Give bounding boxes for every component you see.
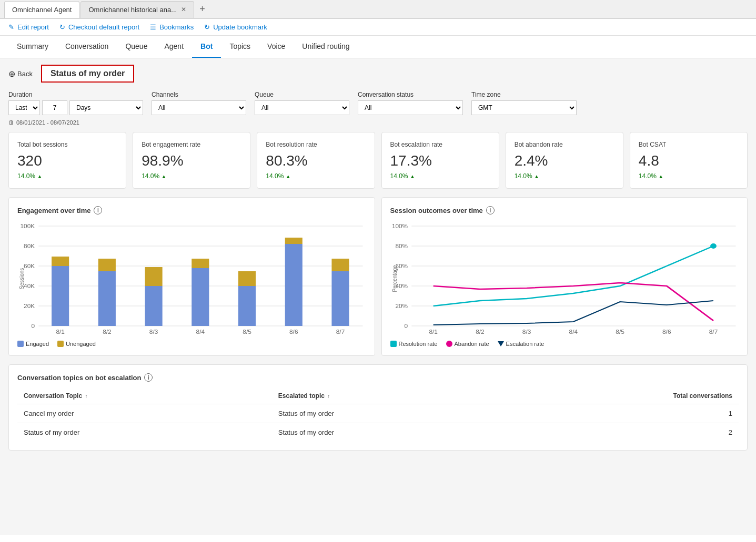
svg-text:8/7: 8/7	[709, 329, 717, 335]
queue-select[interactable]: All	[255, 100, 349, 115]
svg-text:Day: Day	[195, 336, 207, 336]
legend-escalation-rate: Escalation rate	[498, 341, 545, 347]
tab-queue[interactable]: Queue	[117, 36, 156, 58]
row-0-escalated: Status of my order	[272, 404, 500, 423]
svg-rect-25	[331, 271, 349, 326]
page-title: Status of my order	[41, 65, 134, 83]
svg-text:0: 0	[32, 323, 35, 329]
svg-point-48	[710, 243, 717, 249]
calendar-icon: 🗓	[8, 119, 14, 126]
engagement-chart-card: Engagement over time i 100K 80K 60K 40K …	[8, 197, 375, 356]
conv-status-select[interactable]: All	[358, 100, 463, 115]
svg-text:8/1: 8/1	[56, 329, 64, 335]
row-1-escalated: Status of my order	[272, 423, 500, 442]
legend-unengaged: Unengaged	[57, 341, 96, 347]
svg-text:20%: 20%	[395, 303, 408, 309]
svg-rect-26	[331, 259, 349, 271]
engagement-info-icon[interactable]: i	[94, 206, 102, 214]
svg-text:60K: 60K	[24, 263, 35, 269]
svg-rect-21	[238, 286, 256, 326]
svg-text:100%: 100%	[391, 223, 408, 229]
duration-value-input[interactable]	[42, 100, 67, 115]
tab-conversation[interactable]: Conversation	[57, 36, 117, 58]
date-range: 🗓 08/01/2021 - 08/07/2021	[8, 119, 748, 126]
svg-text:0: 0	[404, 323, 408, 329]
table-row: Status of my order Status of my order 2	[17, 423, 739, 442]
conversation-topics-section: Conversation topics on bot escalation i …	[8, 364, 748, 451]
svg-rect-19	[191, 268, 209, 326]
svg-rect-22	[238, 271, 256, 286]
row-0-total: 1	[500, 404, 739, 423]
back-circle-icon: ⊕	[8, 69, 15, 79]
col-escalated-topic[interactable]: Escalated topic ↑	[272, 388, 500, 404]
tab-omnichannel-historical[interactable]: Omnichannel historical ana... ✕	[80, 1, 194, 18]
checkout-default-button[interactable]: ↻ Checkout default report	[59, 23, 139, 31]
tab-voice[interactable]: Voice	[259, 36, 294, 58]
trend-up-icon-4	[534, 172, 539, 180]
toolbar: ✎ Edit report ↻ Checkout default report …	[0, 19, 756, 36]
duration-type-select[interactable]: Last	[8, 100, 40, 115]
filters-row: Duration Last Days Channels All Queue Al…	[8, 91, 748, 115]
pencil-icon: ✎	[8, 23, 14, 31]
svg-text:8/3: 8/3	[522, 329, 530, 335]
bookmarks-button[interactable]: ☰ Bookmarks	[150, 23, 194, 31]
tab-summary[interactable]: Summary	[8, 36, 57, 58]
kpi-bot-csat: Bot CSAT 4.8 14.0%	[630, 132, 748, 189]
svg-text:40K: 40K	[24, 283, 35, 289]
legend-engaged: Engaged	[17, 341, 49, 347]
svg-rect-16	[98, 259, 116, 271]
tab-omnichannel-agent[interactable]: Omnichannel Agent	[4, 1, 79, 18]
tab-bot[interactable]: Bot	[192, 36, 221, 58]
channels-filter: Channels All	[152, 91, 246, 115]
refresh-icon: ↻	[59, 23, 65, 31]
session-chart-svg: 100% 80% 60% 40% 20% 0 Percentage	[390, 221, 739, 336]
queue-filter: Queue All	[255, 91, 349, 115]
add-tab-button[interactable]: +	[195, 4, 209, 15]
back-button[interactable]: ⊕ Back	[8, 69, 33, 79]
svg-text:8/2: 8/2	[103, 329, 111, 335]
svg-text:8/6: 8/6	[289, 329, 298, 335]
kpi-bot-escalation-rate: Bot escalation rate 17.3% 14.0%	[381, 132, 499, 189]
legend-abandon-rate: Abandon rate	[446, 341, 489, 347]
svg-text:8/5: 8/5	[243, 329, 251, 335]
session-outcomes-chart-card: Session outcomes over time i 100% 80% 60…	[381, 197, 748, 356]
conversation-topics-title: Conversation topics on bot escalation i	[17, 373, 739, 382]
tab-unified-routing[interactable]: Unified routing	[294, 36, 358, 58]
svg-text:8/5: 8/5	[616, 329, 624, 335]
kpi-bot-resolution-rate: Bot resolution rate 80.3% 14.0%	[257, 132, 375, 189]
edit-report-button[interactable]: ✎ Edit report	[8, 23, 49, 31]
row-1-total: 2	[500, 423, 739, 442]
conversation-topics-table: Conversation Topic ↑ Escalated topic ↑ T…	[17, 388, 739, 442]
duration-unit-select[interactable]: Days	[69, 100, 143, 115]
row-0-topic: Cancel my order	[17, 404, 272, 423]
resolution-rate-color	[390, 341, 397, 347]
col-conversation-topic[interactable]: Conversation Topic ↑	[17, 388, 272, 404]
sort-topic-icon[interactable]: ↑	[85, 393, 87, 399]
trend-up-icon-5	[658, 172, 663, 180]
update-bookmark-icon: ↻	[204, 23, 210, 31]
sort-escalated-icon[interactable]: ↑	[327, 393, 330, 399]
svg-text:Sessions: Sessions	[18, 268, 25, 289]
channels-select[interactable]: All	[152, 100, 246, 115]
engaged-color	[17, 341, 24, 347]
session-info-icon[interactable]: i	[486, 206, 495, 214]
topics-info-icon[interactable]: i	[144, 373, 153, 382]
engagement-legend: Engaged Unengaged	[17, 341, 366, 347]
tab-topics[interactable]: Topics	[221, 36, 259, 58]
tab-agent[interactable]: Agent	[156, 36, 192, 58]
timezone-select[interactable]: GMT	[471, 100, 577, 115]
svg-rect-17	[145, 286, 163, 326]
escalation-rate-icon	[498, 341, 504, 346]
svg-text:8/3: 8/3	[149, 329, 158, 335]
svg-text:80%: 80%	[395, 243, 408, 249]
session-chart-title: Session outcomes over time i	[390, 206, 739, 214]
close-tab-icon[interactable]: ✕	[181, 6, 186, 13]
svg-text:Percentage: Percentage	[391, 265, 398, 292]
svg-rect-15	[98, 271, 116, 326]
svg-text:8/1: 8/1	[429, 329, 437, 335]
update-bookmark-button[interactable]: ↻ Update bookmark	[204, 23, 267, 31]
browser-tabs: Omnichannel Agent Omnichannel historical…	[0, 0, 756, 19]
title-row: ⊕ Back Status of my order	[8, 65, 748, 83]
conversation-status-filter: Conversation status All	[358, 91, 463, 115]
engagement-bar-chart: 100K 80K 60K 40K 20K 0 Sessions	[17, 221, 366, 336]
